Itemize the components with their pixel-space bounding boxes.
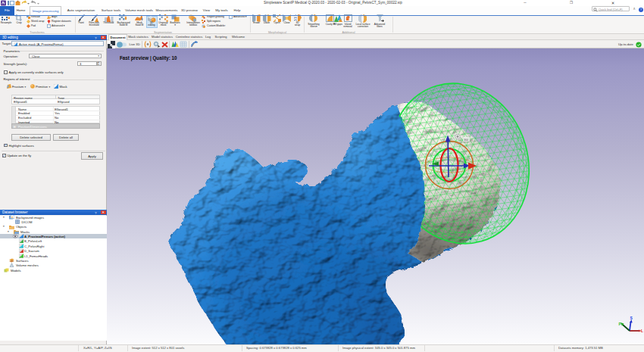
svg-text:L: L (641, 329, 643, 333)
svg-text:360: 360 (464, 139, 468, 142)
svg-text:Fast preview | Quality: 10: Fast preview | Quality: 10 (120, 55, 177, 61)
